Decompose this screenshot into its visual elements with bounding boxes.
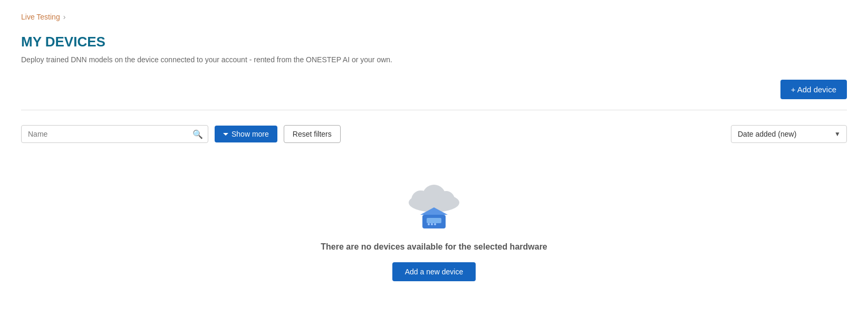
breadcrumb-link[interactable]: Live Testing	[21, 13, 60, 21]
empty-state-message: There are no devices available for the s…	[321, 242, 547, 252]
search-input[interactable]	[21, 125, 208, 143]
chevron-down-icon	[223, 133, 228, 136]
svg-point-7	[428, 223, 430, 225]
svg-point-9	[434, 223, 436, 225]
svg-point-3	[438, 191, 455, 208]
section-divider	[21, 110, 847, 110]
page-title: MY DEVICES	[21, 34, 847, 50]
page-description: Deploy trained DNN models on the device …	[21, 55, 847, 64]
add-new-device-button[interactable]: Add a new device	[392, 262, 476, 281]
breadcrumb: Live Testing ›	[21, 13, 847, 21]
empty-state: There are no devices available for the s…	[21, 168, 847, 313]
device-icon	[418, 206, 450, 232]
reset-filters-button[interactable]: Reset filters	[284, 125, 341, 143]
sort-container: Date added (new) Date added (old) Name (…	[731, 125, 847, 143]
search-container: 🔍	[21, 125, 208, 143]
svg-point-8	[431, 223, 433, 225]
filter-row: 🔍 Show more Reset filters Date added (ne…	[21, 125, 847, 143]
empty-state-illustration	[402, 179, 466, 232]
header-actions: + Add device	[21, 80, 847, 99]
show-more-button[interactable]: Show more	[215, 126, 277, 142]
add-device-button[interactable]: + Add device	[780, 80, 847, 99]
breadcrumb-separator: ›	[63, 13, 66, 21]
show-more-label: Show more	[232, 130, 269, 138]
svg-marker-5	[420, 207, 448, 215]
sort-select[interactable]: Date added (new) Date added (old) Name (…	[731, 125, 847, 143]
svg-rect-6	[427, 218, 441, 223]
